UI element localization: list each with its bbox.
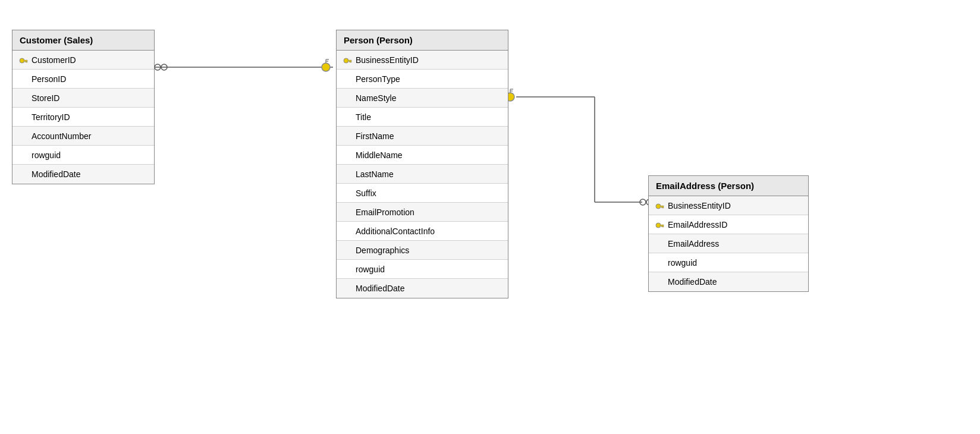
field-suffix: Suffix bbox=[356, 188, 376, 198]
emailaddress-table-title: EmailAddress (Person) bbox=[649, 176, 808, 196]
table-row: LastName bbox=[337, 165, 508, 184]
spacer bbox=[343, 227, 352, 236]
spacer bbox=[655, 239, 664, 249]
table-row: rowguid bbox=[12, 146, 154, 165]
field-storeid: StoreID bbox=[32, 93, 59, 103]
field-rowguid-email: rowguid bbox=[668, 258, 697, 268]
svg-rect-23 bbox=[349, 61, 350, 62]
table-row: EmailPromotion bbox=[337, 203, 508, 222]
field-firstname: FirstName bbox=[356, 131, 394, 141]
table-row: rowguid bbox=[337, 260, 508, 279]
key-icon bbox=[655, 201, 664, 210]
field-emailaddressid: EmailAddressID bbox=[668, 220, 727, 229]
table-row: AdditionalContactInfo bbox=[337, 222, 508, 241]
svg-point-2 bbox=[161, 64, 167, 70]
spacer bbox=[343, 112, 352, 122]
svg-point-3 bbox=[322, 63, 330, 71]
table-row: BusinessEntityID bbox=[337, 51, 508, 70]
field-accountnumber: AccountNumber bbox=[32, 131, 91, 141]
table-row: EmailAddress bbox=[649, 234, 808, 253]
table-row: MiddleName bbox=[337, 146, 508, 165]
table-row: PersonType bbox=[337, 70, 508, 89]
spacer bbox=[343, 188, 352, 198]
field-modifieddate-person: ModifiedDate bbox=[356, 284, 405, 293]
spacer bbox=[343, 284, 352, 293]
person-table: Person (Person) BusinessEntityID PersonT… bbox=[336, 30, 508, 298]
spacer bbox=[18, 112, 28, 122]
spacer bbox=[343, 74, 352, 84]
table-row: EmailAddressID bbox=[649, 215, 808, 234]
table-row: ModifiedDate bbox=[12, 165, 154, 184]
svg-rect-18 bbox=[26, 61, 27, 62]
table-row: ModifiedDate bbox=[649, 272, 808, 291]
table-row: Demographics bbox=[337, 241, 508, 260]
table-row: CustomerID bbox=[12, 51, 154, 70]
table-row: rowguid bbox=[649, 253, 808, 272]
spacer bbox=[18, 150, 28, 160]
svg-rect-21 bbox=[348, 60, 351, 61]
field-persontype: PersonType bbox=[356, 74, 400, 84]
table-row: Title bbox=[337, 108, 508, 127]
customer-table-title: Customer (Sales) bbox=[12, 30, 154, 51]
field-rowguid-person: rowguid bbox=[356, 265, 385, 274]
svg-rect-26 bbox=[662, 207, 664, 208]
spacer bbox=[343, 207, 352, 217]
svg-rect-29 bbox=[660, 225, 664, 226]
table-row: PersonID bbox=[12, 70, 154, 89]
spacer bbox=[343, 169, 352, 179]
field-rowguid: rowguid bbox=[32, 150, 61, 160]
svg-rect-31 bbox=[661, 226, 662, 227]
field-middlename: MiddleName bbox=[356, 150, 403, 160]
spacer bbox=[343, 246, 352, 255]
field-customerid: CustomerID bbox=[32, 55, 76, 65]
table-row: Suffix bbox=[337, 184, 508, 203]
spacer bbox=[343, 93, 352, 103]
emailaddress-table: EmailAddress (Person) BusinessEntityID E… bbox=[648, 175, 809, 292]
spacer bbox=[343, 131, 352, 141]
table-row: AccountNumber bbox=[12, 127, 154, 146]
field-personid: PersonID bbox=[32, 74, 66, 84]
table-row: NameStyle bbox=[337, 89, 508, 108]
field-modifieddate: ModifiedDate bbox=[32, 169, 81, 179]
table-row: ModifiedDate bbox=[337, 279, 508, 298]
svg-point-15 bbox=[640, 199, 646, 205]
field-businessentityid: BusinessEntityID bbox=[356, 55, 419, 65]
field-emailaddress: EmailAddress bbox=[668, 239, 719, 249]
spacer bbox=[18, 93, 28, 103]
key-icon bbox=[343, 55, 352, 65]
svg-rect-27 bbox=[661, 207, 662, 208]
field-namestyle: NameStyle bbox=[356, 93, 396, 103]
table-row: BusinessEntityID bbox=[649, 196, 808, 215]
table-row: FirstName bbox=[337, 127, 508, 146]
svg-rect-19 bbox=[25, 61, 26, 62]
key-icon bbox=[18, 55, 28, 65]
svg-rect-25 bbox=[660, 206, 664, 207]
spacer bbox=[343, 150, 352, 160]
svg-rect-17 bbox=[24, 60, 27, 61]
spacer bbox=[18, 131, 28, 141]
field-modifieddate-email: ModifiedDate bbox=[668, 277, 717, 287]
svg-rect-22 bbox=[350, 61, 351, 62]
person-table-title: Person (Person) bbox=[337, 30, 508, 51]
spacer bbox=[18, 74, 28, 84]
customer-table: Customer (Sales) CustomerID PersonID Sto… bbox=[12, 30, 155, 184]
diagram-canvas: Customer (Sales) CustomerID PersonID Sto… bbox=[0, 0, 980, 434]
svg-rect-30 bbox=[662, 226, 664, 227]
table-row: TerritoryID bbox=[12, 108, 154, 127]
svg-point-1 bbox=[155, 64, 161, 70]
field-territoryid: TerritoryID bbox=[32, 112, 70, 122]
field-emailpromotion: EmailPromotion bbox=[356, 207, 414, 217]
field-demographics: Demographics bbox=[356, 246, 409, 255]
key-icon bbox=[655, 220, 664, 229]
spacer bbox=[655, 277, 664, 287]
spacer bbox=[18, 169, 28, 179]
field-additionalcontactinfo: AdditionalContactInfo bbox=[356, 227, 435, 236]
field-businessentityid-email: BusinessEntityID bbox=[668, 201, 731, 210]
table-row: StoreID bbox=[12, 89, 154, 108]
field-lastname: LastName bbox=[356, 169, 394, 179]
field-title: Title bbox=[356, 112, 371, 122]
spacer bbox=[343, 265, 352, 274]
spacer bbox=[655, 258, 664, 268]
